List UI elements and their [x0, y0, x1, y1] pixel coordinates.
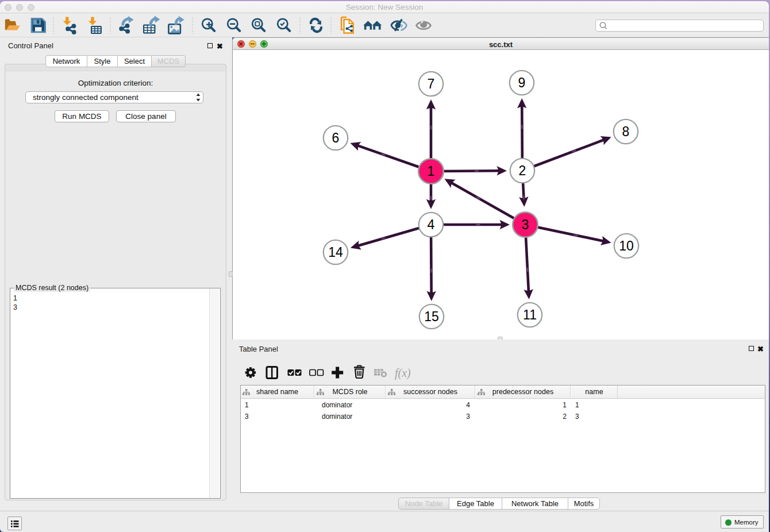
svg-text:f(x): f(x) [395, 367, 411, 380]
